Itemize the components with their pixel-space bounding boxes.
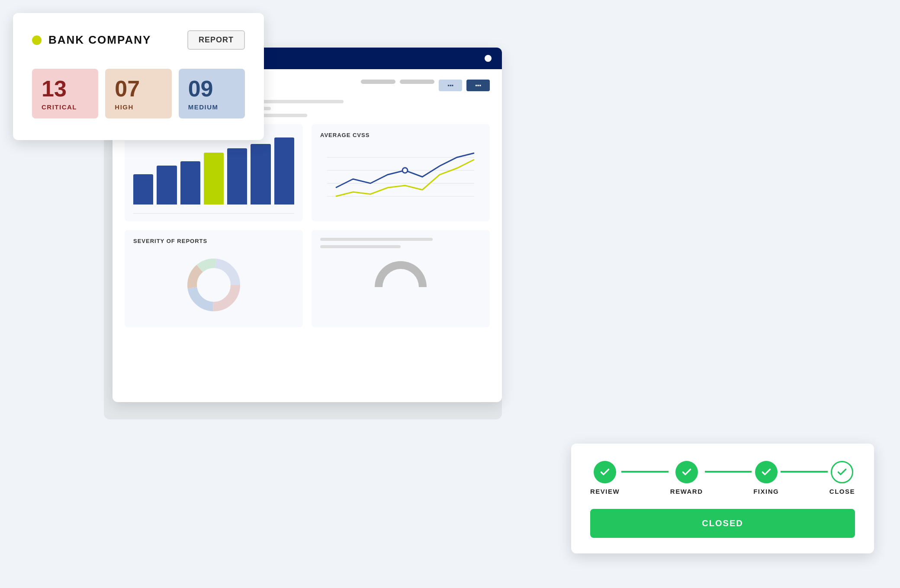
bar-highlighted	[204, 153, 224, 205]
step-close-label: CLOSE	[829, 488, 855, 495]
step-close-circle	[831, 461, 853, 483]
critical-number: 13	[42, 77, 89, 100]
step-fixing-label: FIXING	[753, 488, 779, 495]
step-reward: REWARD	[670, 461, 703, 495]
company-name: BANK COMPANY	[48, 33, 151, 47]
bar-7	[274, 137, 294, 205]
workflow-steps: REVIEW REWARD FIXING	[590, 461, 855, 495]
filter-btn-filled[interactable]: ▪▪▪	[466, 80, 490, 91]
br-ph-line-1	[320, 238, 433, 241]
connector-1	[621, 471, 669, 473]
step-fixing-circle	[755, 461, 778, 483]
summary-header: BANK COMPANY REPORT	[32, 30, 245, 50]
step-close: CLOSE	[829, 461, 855, 495]
severity-cards: 13 CRITICAL 07 HIGH 09 MEDIUM	[32, 69, 245, 118]
bar-1	[133, 174, 153, 205]
report-button[interactable]: REPORT	[187, 30, 245, 50]
bottom-right-panel	[312, 230, 490, 327]
bar-3	[180, 161, 200, 205]
filter-btn-outline[interactable]: ▪▪▪	[439, 80, 462, 91]
topbar-dot	[485, 55, 492, 62]
company-info: BANK COMPANY	[32, 33, 151, 47]
step-review-label: REVIEW	[590, 488, 620, 495]
medium-number: 09	[188, 77, 235, 100]
critical-label: CRITICAL	[42, 103, 89, 111]
connector-3	[781, 471, 828, 473]
cvss-chart-title: AVERAGE CVSS	[320, 132, 481, 138]
step-review: REVIEW	[590, 461, 620, 495]
donut-chart	[133, 250, 294, 320]
arch-shape	[375, 261, 427, 287]
line-chart	[320, 144, 481, 214]
workflow-card: REVIEW REWARD FIXING	[571, 444, 874, 553]
high-label: HIGH	[115, 103, 162, 111]
bar-2	[157, 166, 177, 205]
filter-bar-short	[361, 80, 395, 84]
high-card: 07 HIGH	[105, 69, 171, 118]
medium-label: MEDIUM	[188, 103, 235, 111]
bar-5	[227, 148, 247, 205]
bar-chart	[133, 144, 294, 214]
charts-grid: TS AVERAGE CVSS	[125, 124, 490, 327]
svg-point-4	[402, 168, 408, 173]
summary-card: BANK COMPANY REPORT 13 CRITICAL 07 HIGH …	[13, 13, 264, 140]
connector-2	[705, 471, 752, 473]
severity-donut-panel: SEVERITY OF REPORTS	[125, 230, 303, 327]
medium-card: 09 MEDIUM	[179, 69, 245, 118]
company-status-dot	[32, 35, 42, 45]
step-review-circle	[594, 461, 616, 483]
high-number: 07	[115, 77, 162, 100]
filter-bar-short2	[400, 80, 434, 84]
critical-card: 13 CRITICAL	[32, 69, 98, 118]
bar-6	[251, 144, 270, 205]
cvss-chart-panel: AVERAGE CVSS	[312, 124, 490, 221]
closed-button[interactable]: CLOSED	[590, 509, 855, 538]
step-reward-circle	[675, 461, 698, 483]
step-reward-label: REWARD	[670, 488, 703, 495]
step-fixing: FIXING	[753, 461, 779, 495]
br-ph-line-2	[320, 245, 401, 248]
severity-chart-title: SEVERITY OF REPORTS	[133, 238, 294, 244]
